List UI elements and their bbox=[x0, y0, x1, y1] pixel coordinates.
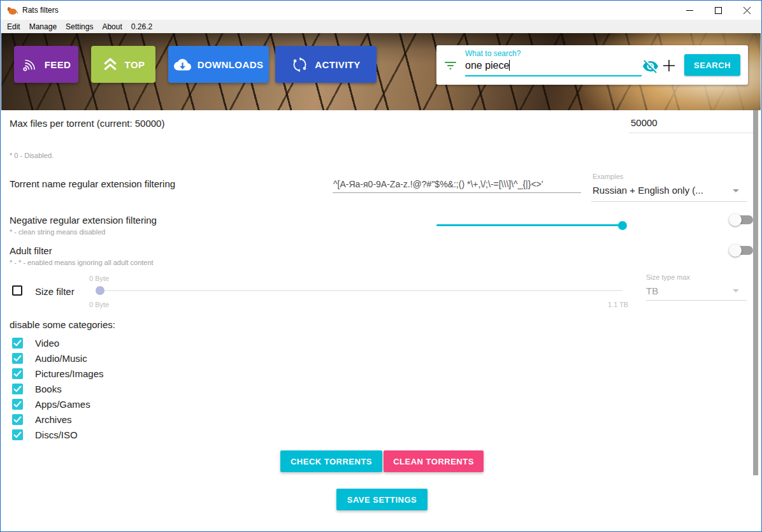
examples-select[interactable]: Russian + English only (... bbox=[593, 185, 703, 196]
feed-icon bbox=[22, 56, 38, 73]
negative-regex-toggle[interactable] bbox=[729, 213, 753, 227]
size-type-select[interactable]: TB bbox=[646, 285, 658, 296]
category-label: Books bbox=[35, 384, 62, 394]
category-checkbox-archives[interactable] bbox=[12, 414, 23, 425]
settings-page: Max files per torrent (current: 50000) 5… bbox=[1, 110, 761, 531]
downloads-label: DOWNLOADS bbox=[198, 59, 264, 70]
check-icon bbox=[13, 370, 22, 377]
eye-off-icon bbox=[642, 58, 659, 75]
close-icon bbox=[744, 7, 751, 14]
search-field-label: What to search? bbox=[465, 49, 521, 58]
adult-filter-toggle[interactable] bbox=[729, 243, 753, 257]
app-window: Rats filters Edit Manage Settings About … bbox=[0, 0, 762, 532]
max-files-input[interactable]: 50000 bbox=[631, 117, 658, 128]
size-min-label: 0 Byte bbox=[89, 301, 109, 308]
categories-title: disable some categories: bbox=[10, 319, 115, 330]
category-checkbox-audio[interactable] bbox=[12, 353, 23, 364]
feed-label: FEED bbox=[45, 59, 71, 70]
search-input[interactable]: one piece bbox=[465, 60, 510, 71]
size-filter-label: Size filter bbox=[35, 286, 75, 297]
category-row: Archives bbox=[1, 412, 256, 428]
max-files-slider[interactable] bbox=[436, 224, 622, 226]
size-max-label: 1.1 TB bbox=[608, 301, 628, 308]
minimize-icon bbox=[686, 7, 693, 14]
size-type-caret-icon[interactable] bbox=[733, 289, 739, 292]
check-torrents-button[interactable]: CHECK TORRENTS bbox=[280, 450, 382, 472]
category-label: Discs/ISO bbox=[35, 429, 78, 440]
app-logo-icon bbox=[6, 4, 18, 16]
category-label: Archives bbox=[35, 414, 72, 425]
save-settings-button[interactable]: SAVE SETTINGS bbox=[336, 489, 428, 510]
check-icon bbox=[13, 340, 22, 347]
size-type-label: Size type max bbox=[646, 273, 690, 281]
check-icon bbox=[13, 355, 22, 362]
menu-about[interactable]: About bbox=[97, 20, 126, 33]
search-panel: What to search? one piece SEARCH bbox=[436, 45, 748, 85]
regex-label: Torrent name regular extension filtering bbox=[10, 178, 175, 189]
category-checkbox-video[interactable] bbox=[12, 338, 23, 349]
size-slider[interactable] bbox=[96, 290, 622, 291]
search-button[interactable]: SEARCH bbox=[684, 54, 740, 76]
category-row: Video bbox=[1, 336, 256, 351]
top-button[interactable]: TOP bbox=[91, 46, 155, 83]
max-files-label: Max files per torrent (current: 50000) bbox=[10, 118, 164, 129]
header-banner: FEED TOP DOWNLOADS bbox=[1, 33, 761, 110]
search-input-underline bbox=[465, 75, 642, 76]
examples-select-underline bbox=[591, 201, 747, 202]
negative-regex-label: Negative regular extension filtering bbox=[10, 215, 157, 226]
category-row: Apps/Games bbox=[1, 397, 256, 412]
window-title: Rats filters bbox=[22, 6, 59, 15]
search-input-text: one piece bbox=[465, 60, 509, 71]
regex-input[interactable]: ^[А-Яа-я0-9A-Za-z.!@?#"$%&:;() *\+,\/;\-… bbox=[333, 179, 543, 189]
menu-version: 0.26.2 bbox=[127, 20, 157, 33]
feed-button[interactable]: FEED bbox=[14, 46, 78, 83]
add-search-button[interactable] bbox=[660, 56, 678, 75]
category-label: Pictures/Images bbox=[35, 368, 104, 379]
maximize-icon bbox=[715, 7, 722, 14]
negative-regex-hint: * - clean string means disabled bbox=[10, 228, 105, 236]
menu-edit[interactable]: Edit bbox=[3, 20, 25, 33]
examples-label: Examples bbox=[593, 173, 623, 180]
menu-manage[interactable]: Manage bbox=[25, 20, 61, 33]
activity-button[interactable]: ACTIVITY bbox=[275, 46, 377, 83]
category-row: Discs/ISO bbox=[1, 428, 256, 443]
examples-caret-icon[interactable] bbox=[733, 189, 739, 192]
check-icon bbox=[13, 431, 22, 438]
max-files-slider-thumb[interactable] bbox=[618, 221, 627, 230]
menu-bar: Edit Manage Settings About 0.26.2 bbox=[1, 20, 761, 33]
vertical-scrollbar[interactable] bbox=[753, 110, 758, 475]
category-checkbox-discs[interactable] bbox=[12, 429, 23, 440]
max-files-input-underline bbox=[629, 133, 754, 133]
clean-torrents-button[interactable]: CLEAN TORRENTS bbox=[384, 450, 484, 472]
top-label: TOP bbox=[125, 59, 145, 70]
filter-icon bbox=[444, 61, 457, 71]
toggle-knob bbox=[729, 213, 742, 226]
downloads-button[interactable]: DOWNLOADS bbox=[168, 46, 269, 83]
regex-input-underline bbox=[333, 192, 581, 193]
menu-settings[interactable]: Settings bbox=[61, 20, 97, 33]
toggle-knob bbox=[729, 244, 742, 257]
category-label: Audio/Music bbox=[35, 353, 87, 364]
check-icon bbox=[13, 401, 22, 408]
size-slider-thumb[interactable] bbox=[96, 286, 104, 295]
maximize-button[interactable] bbox=[704, 1, 733, 20]
category-checkbox-apps[interactable] bbox=[12, 399, 23, 410]
safe-search-toggle[interactable] bbox=[641, 57, 660, 75]
check-icon bbox=[13, 385, 22, 392]
category-row: Pictures/Images bbox=[1, 366, 256, 382]
size-filter-checkbox[interactable] bbox=[12, 285, 22, 296]
text-cursor bbox=[509, 60, 510, 71]
chevrons-up-icon bbox=[102, 56, 119, 73]
category-label: Apps/Games bbox=[35, 399, 90, 410]
category-checkbox-books[interactable] bbox=[12, 384, 23, 394]
sync-icon bbox=[291, 56, 308, 73]
title-bar: Rats filters bbox=[1, 1, 761, 20]
category-checkbox-pictures[interactable] bbox=[12, 368, 23, 379]
size-type-underline bbox=[646, 300, 747, 301]
close-button[interactable] bbox=[733, 1, 761, 20]
max-files-hint: * 0 - Disabled. bbox=[10, 152, 54, 159]
minimize-button[interactable] bbox=[675, 1, 704, 20]
category-label: Video bbox=[35, 338, 59, 349]
category-row: Books bbox=[1, 382, 256, 397]
activity-label: ACTIVITY bbox=[315, 59, 361, 70]
